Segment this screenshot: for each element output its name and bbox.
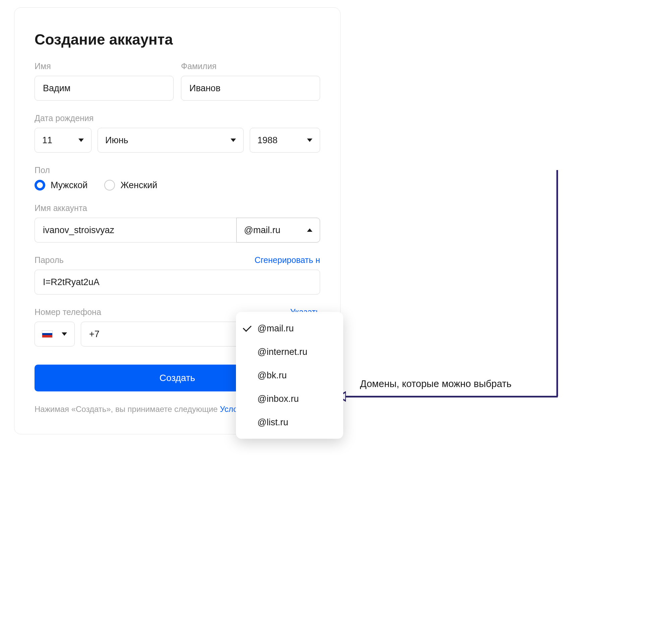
domain-option-mailru[interactable]: @mail.ru xyxy=(236,317,343,340)
domain-option-bkru[interactable]: @bk.ru xyxy=(236,364,343,387)
domain-option-label: @internet.ru xyxy=(257,347,307,357)
caret-down-icon xyxy=(78,139,84,142)
dob-month-value: Июнь xyxy=(105,135,129,146)
domain-option-inboxru[interactable]: @inbox.ru xyxy=(236,387,343,410)
gender-female-label: Женский xyxy=(120,180,157,190)
domain-option-label: @bk.ru xyxy=(257,370,286,381)
dob-row: 11 Июнь 1988 xyxy=(35,128,320,153)
dob-year-select[interactable]: 1988 xyxy=(250,128,320,153)
domain-option-listru[interactable]: @list.ru xyxy=(236,410,343,434)
first-name-field[interactable] xyxy=(35,76,174,101)
first-name-input[interactable] xyxy=(43,83,165,94)
password-input[interactable] xyxy=(43,277,312,287)
gender-male-radio[interactable]: Мужской xyxy=(35,180,88,190)
annotation-line-vertical xyxy=(557,170,558,396)
dob-year-value: 1988 xyxy=(257,135,278,146)
annotation-text: Домены, которые можно выбрать xyxy=(360,378,511,390)
first-name-col: Имя xyxy=(35,61,174,101)
account-name-input[interactable] xyxy=(43,225,228,235)
dob-label: Дата рождения xyxy=(35,113,320,123)
annotation-line-horizontal xyxy=(345,396,558,397)
domain-option-label: @list.ru xyxy=(257,417,288,428)
dob-section: Дата рождения 11 Июнь 1988 xyxy=(35,113,320,153)
page-title: Создание аккаунта xyxy=(35,31,320,48)
radio-unchecked-icon xyxy=(104,180,115,190)
last-name-col: Фамилия xyxy=(181,61,320,101)
account-label: Имя аккаунта xyxy=(35,203,320,213)
gender-male-label: Мужской xyxy=(51,180,88,190)
phone-country-select[interactable] xyxy=(35,322,75,346)
account-name-field[interactable] xyxy=(35,218,236,242)
password-section: Пароль Сгенерировать н xyxy=(35,255,320,294)
disclaimer-text: Нажимая «Создать», вы принимаете следующ… xyxy=(35,405,220,413)
radio-checked-icon xyxy=(35,180,45,190)
generate-password-link[interactable]: Сгенерировать н xyxy=(255,255,320,265)
last-name-label: Фамилия xyxy=(181,61,320,71)
domain-dropdown[interactable]: @mail.ru @internet.ru @bk.ru @inbox.ru @… xyxy=(236,312,343,439)
password-header: Пароль Сгенерировать н xyxy=(35,255,320,270)
account-row: @mail.ru xyxy=(35,218,320,242)
gender-label: Пол xyxy=(35,165,320,175)
domain-option-label: @mail.ru xyxy=(257,323,294,334)
last-name-input[interactable] xyxy=(189,83,312,94)
account-domain-select[interactable]: @mail.ru xyxy=(236,218,320,242)
dob-month-select[interactable]: Июнь xyxy=(97,128,244,153)
password-field[interactable] xyxy=(35,270,320,294)
gender-section: Пол Мужской Женский xyxy=(35,165,320,190)
first-name-label: Имя xyxy=(35,61,174,71)
dob-day-select[interactable]: 11 xyxy=(35,128,92,153)
domain-option-label: @inbox.ru xyxy=(257,394,299,404)
caret-down-icon xyxy=(307,139,312,142)
phone-label: Номер телефона xyxy=(35,307,101,317)
name-row: Имя Фамилия xyxy=(35,61,320,101)
caret-down-icon xyxy=(62,332,67,336)
account-domain-value: @mail.ru xyxy=(244,225,280,235)
domain-option-internetru[interactable]: @internet.ru xyxy=(236,340,343,364)
gender-row: Мужской Женский xyxy=(35,180,320,190)
flag-ru-icon xyxy=(42,331,52,338)
caret-down-icon xyxy=(231,139,236,142)
account-section: Имя аккаунта @mail.ru xyxy=(35,203,320,242)
dob-day-value: 11 xyxy=(42,135,52,146)
password-label: Пароль xyxy=(35,255,64,265)
last-name-field[interactable] xyxy=(181,76,320,101)
caret-up-icon xyxy=(307,228,312,232)
gender-female-radio[interactable]: Женский xyxy=(104,180,157,190)
